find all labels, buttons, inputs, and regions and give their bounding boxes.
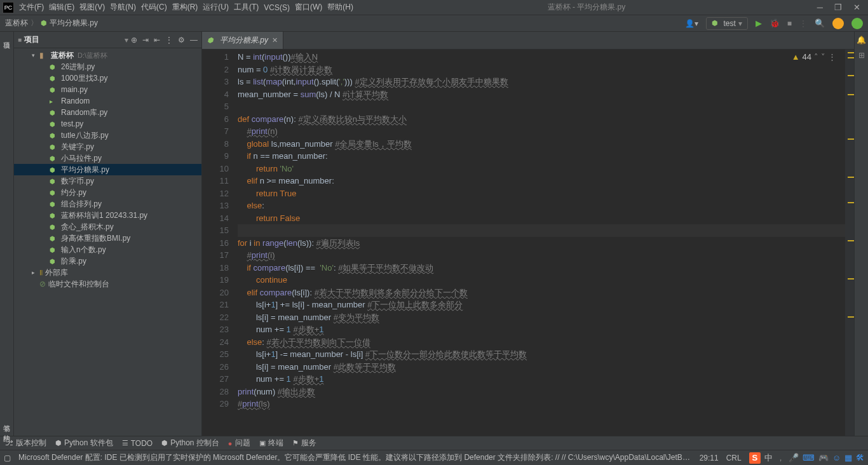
inspection-badge[interactable]: ▲ 44 ˄ ˅ ⋮ xyxy=(792,51,836,64)
pycharm-logo: PC xyxy=(3,2,14,13)
menu-nav[interactable]: 导航(N) xyxy=(107,2,139,13)
window-title: 蓝桥杯 - 平均分糖果.py xyxy=(356,2,817,13)
tree-scratch[interactable]: ⊘临时文件和控制台 xyxy=(14,278,201,290)
cursor-position[interactable]: 29:11 xyxy=(700,454,719,462)
navigation-bar: 蓝桥杯 〉 ⬢ 平均分糖果.py 👤▾ ⬢test▾ ▶ 🐞 ■ ⋮ 🔍 xyxy=(0,15,868,32)
status-icon[interactable]: ▢ xyxy=(4,454,11,462)
editor-tabs: ⬢ 平均分糖果.py ✕ xyxy=(202,32,854,50)
tree-file[interactable]: ⬢输入n个数.py xyxy=(14,244,201,255)
more-icon[interactable]: ⋮ xyxy=(828,51,836,64)
debug-button[interactable]: 🐞 xyxy=(770,18,780,28)
editor-tab[interactable]: ⬢ 平均分糖果.py ✕ xyxy=(202,32,283,49)
tool-console[interactable]: ⬢Python 控制台 xyxy=(161,438,219,448)
status-bar: ▢ Microsoft Defender 配置: IDE 已检测到启用了实时保护… xyxy=(0,450,868,465)
menu-edit[interactable]: 编辑(E) xyxy=(46,2,77,13)
menu-code[interactable]: 代码(C) xyxy=(139,2,170,13)
locate-icon[interactable]: ⊕ xyxy=(131,36,137,44)
tools-icon[interactable]: 🛠 xyxy=(856,453,864,462)
database-icon[interactable]: ⊞ xyxy=(858,51,865,60)
menu-file[interactable]: 文件(F) xyxy=(17,2,46,13)
mic-icon[interactable]: 🎤 xyxy=(789,453,799,462)
tree-file[interactable]: ⬢Random库.py xyxy=(14,107,201,118)
tree-file[interactable]: ▸Random xyxy=(14,95,201,107)
warning-icon: ▲ xyxy=(792,51,800,64)
tree-file[interactable]: ⬢贪心_搭积木.py xyxy=(14,221,201,232)
menu-refactor[interactable]: 重构(R) xyxy=(170,2,201,13)
hide-icon[interactable]: — xyxy=(190,36,198,44)
grid-icon[interactable]: ▦ xyxy=(844,453,852,462)
user-icon[interactable]: 👤▾ xyxy=(685,19,698,28)
title-bar: PC 文件(F) 编辑(E) 视图(V) 导航(N) 代码(C) 重构(R) 运… xyxy=(0,0,868,15)
stop-button[interactable]: ■ xyxy=(787,19,792,28)
menu-view[interactable]: 视图(V) xyxy=(77,2,107,13)
gear-icon[interactable]: ⚙ xyxy=(178,36,185,44)
toolbox-icon[interactable] xyxy=(851,18,863,29)
tool-todo[interactable]: ☰TODO xyxy=(122,439,153,448)
tree-file[interactable]: ⬢阶乘.py xyxy=(14,255,201,267)
project-tree[interactable]: ▾▮蓝桥杯D:\蓝桥杯⬢26进制.py⬢1000里找3.py⬢main.py▸R… xyxy=(14,48,201,436)
left-gutter: 项目 书签 结构 xyxy=(0,32,14,436)
breadcrumb-root[interactable]: 蓝桥杯 xyxy=(5,18,28,29)
search-icon[interactable]: 🔍 xyxy=(815,18,825,28)
tree-file[interactable]: ⬢main.py xyxy=(14,84,201,95)
tool-packages[interactable]: ⬢Python 软件包 xyxy=(55,438,113,448)
status-message[interactable]: Microsoft Defender 配置: IDE 已检测到启用了实时保护的 … xyxy=(18,452,692,463)
sogou-icon[interactable]: S xyxy=(749,452,761,464)
python-file-icon: ⬢ xyxy=(41,19,47,27)
tree-file[interactable]: ⬢test.py xyxy=(14,118,201,130)
project-panel: ■ 项目 ▾ ⊕ ⇥ ⇤ ⋮ ⚙ — ▾▮蓝桥杯D:\蓝桥杯⬢26进制.py⬢1… xyxy=(14,32,202,436)
tool-problems[interactable]: ●问题 xyxy=(228,438,250,448)
notifications-icon[interactable]: 🔔 xyxy=(857,36,866,44)
close-icon[interactable]: ✕ xyxy=(853,3,860,12)
tree-file[interactable]: ⬢数字币.py xyxy=(14,175,201,187)
tree-file[interactable]: ⬢关键字.py xyxy=(14,141,201,152)
python-file-icon: ⬢ xyxy=(207,36,214,44)
bottom-toolbar: ⎇版本控制 ⬢Python 软件包 ☰TODO ⬢Python 控制台 ●问题 … xyxy=(0,436,868,450)
breadcrumb-file[interactable]: 平均分糖果.py xyxy=(50,18,98,29)
code-editor[interactable]: 1234567891011121314151617181920212223242… xyxy=(202,50,854,436)
tree-file[interactable]: ⬢tutle八边形.py xyxy=(14,130,201,141)
tree-file[interactable]: ⬢26进制.py xyxy=(14,61,201,72)
left-tool-structure[interactable]: 结构 xyxy=(2,427,11,432)
tab-close-icon[interactable]: ✕ xyxy=(272,36,278,44)
avatar-icon[interactable] xyxy=(832,18,844,29)
tree-file[interactable]: ⬢小马拉件.py xyxy=(14,152,201,164)
menu-window[interactable]: 窗口(W) xyxy=(292,2,325,13)
line-separator[interactable]: CRL xyxy=(726,454,742,462)
right-gutter: 🔔 ⊞ xyxy=(854,32,868,436)
tree-file[interactable]: ⬢组合排列.py xyxy=(14,198,201,210)
tree-file[interactable]: ⬢身高体重指数BMI.py xyxy=(14,232,201,244)
tree-root[interactable]: ▾▮蓝桥杯D:\蓝桥杯 xyxy=(14,50,201,61)
run-configuration[interactable]: ⬢test▾ xyxy=(706,17,747,30)
ime-lang[interactable]: 中 xyxy=(764,452,773,464)
game-icon[interactable]: 🎮 xyxy=(818,453,829,462)
menu-help[interactable]: 帮助(H) xyxy=(325,2,356,13)
tool-terminal[interactable]: ▣终端 xyxy=(259,438,283,448)
left-tool-bookmarks[interactable]: 书签 xyxy=(2,417,11,422)
tab-label: 平均分糖果.py xyxy=(220,35,268,46)
run-button[interactable]: ▶ xyxy=(756,18,762,28)
tree-external[interactable]: ▸⫴外部库 xyxy=(14,267,201,278)
tool-vcs[interactable]: ⎇版本控制 xyxy=(5,438,46,448)
keyboard-icon[interactable]: ⌨ xyxy=(803,453,815,462)
maximize-icon[interactable]: ❐ xyxy=(834,3,842,12)
tree-file[interactable]: ⬢蓝桥杯培训1 20243.31.py xyxy=(14,210,201,221)
chevron-up-icon[interactable]: ˄ xyxy=(814,51,818,64)
ime-tray: S 中 ， 🎤 ⌨ 🎮 ☺ ▦ 🛠 xyxy=(749,452,864,464)
menu-tools[interactable]: 工具(T) xyxy=(231,2,261,13)
tree-file[interactable]: ⬢1000里找3.py xyxy=(14,72,201,84)
chevron-down-icon[interactable]: ˅ xyxy=(821,51,825,64)
tree-file[interactable]: ⬢约分.py xyxy=(14,187,201,198)
smile-icon[interactable]: ☺ xyxy=(832,453,841,462)
minimize-icon[interactable]: ─ xyxy=(817,3,823,12)
left-tool-project[interactable]: 项目 xyxy=(2,34,11,39)
project-panel-title: 项目 xyxy=(24,34,122,45)
expand-icon[interactable]: ⇥ xyxy=(142,36,149,44)
collapse-icon[interactable]: ⇤ xyxy=(154,36,160,44)
tool-services[interactable]: ⚑服务 xyxy=(292,438,316,448)
tree-file[interactable]: ⬢平均分糖果.py xyxy=(14,164,201,175)
menu-vcs[interactable]: VCS(S) xyxy=(261,3,292,12)
settings-icon[interactable]: ⋮ xyxy=(165,36,173,44)
error-stripe[interactable] xyxy=(845,50,854,436)
menu-run[interactable]: 运行(U) xyxy=(200,2,231,13)
